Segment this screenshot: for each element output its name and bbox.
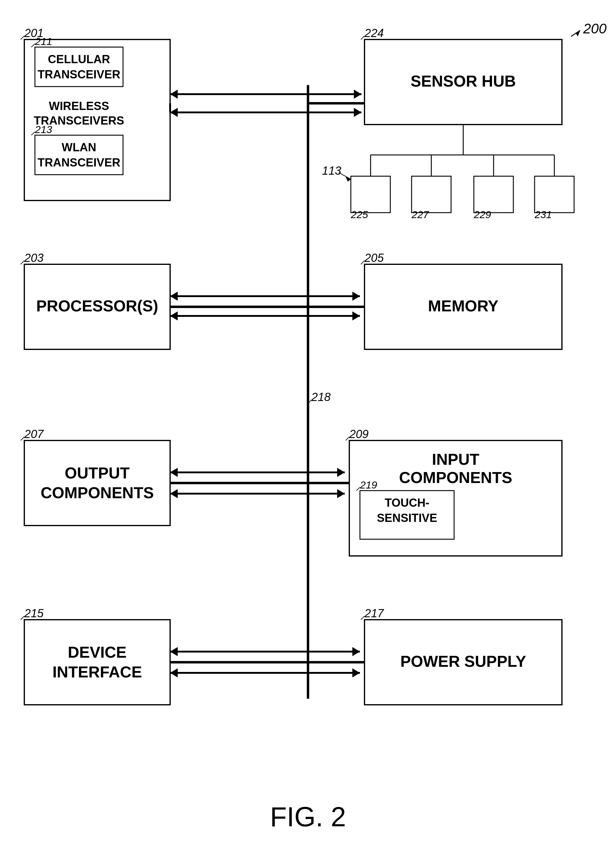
svg-text:219: 219	[360, 479, 377, 491]
svg-text:209: 209	[349, 428, 368, 441]
svg-text:SENSITIVE: SENSITIVE	[377, 512, 437, 524]
svg-text:INTERFACE: INTERFACE	[53, 663, 142, 681]
svg-text:229: 229	[473, 209, 491, 220]
svg-rect-31	[474, 176, 513, 213]
svg-text:113: 113	[322, 164, 341, 177]
svg-text:224: 224	[364, 27, 384, 39]
svg-text:TRANSCEIVER: TRANSCEIVER	[38, 68, 120, 81]
svg-text:CELLULAR: CELLULAR	[48, 53, 110, 66]
svg-text:231: 231	[534, 209, 552, 220]
svg-text:SENSOR HUB: SENSOR HUB	[411, 72, 516, 90]
svg-text:205: 205	[364, 251, 384, 264]
svg-rect-83	[24, 620, 170, 705]
svg-text:WIRELESS: WIRELESS	[49, 100, 109, 112]
svg-text:218: 218	[311, 391, 331, 403]
svg-text:DEVICE: DEVICE	[68, 643, 127, 661]
svg-text:POWER SUPPLY: POWER SUPPLY	[400, 653, 526, 670]
svg-rect-32	[534, 176, 574, 213]
svg-text:MEMORY: MEMORY	[428, 297, 498, 315]
svg-text:WLAN: WLAN	[62, 141, 96, 154]
svg-text:217: 217	[364, 607, 384, 620]
svg-text:PROCESSOR(S): PROCESSOR(S)	[36, 297, 158, 315]
svg-text:227: 227	[411, 209, 429, 220]
svg-rect-62	[24, 441, 170, 526]
svg-text:OUTPUT: OUTPUT	[65, 464, 130, 482]
svg-text:225: 225	[351, 209, 368, 220]
svg-text:203: 203	[24, 251, 44, 264]
svg-text:215: 215	[24, 607, 44, 620]
svg-text:COMPONENTS: COMPONENTS	[399, 469, 513, 486]
svg-text:TRANSCEIVER: TRANSCEIVER	[38, 156, 120, 169]
svg-text:INPUT: INPUT	[432, 450, 479, 468]
figure-label: FIG. 2	[270, 802, 346, 832]
diagram-container: 200 201 211 CELLULAR TRANSCEIVER WIRELES…	[0, 0, 616, 860]
svg-text:TOUCH-: TOUCH-	[384, 496, 429, 509]
svg-text:207: 207	[24, 428, 44, 441]
svg-text:213: 213	[34, 124, 52, 135]
svg-text:211: 211	[34, 36, 52, 47]
svg-rect-29	[351, 176, 390, 213]
svg-text:COMPONENTS: COMPONENTS	[41, 484, 154, 502]
svg-rect-30	[412, 176, 451, 213]
figure-number: 200	[583, 20, 607, 36]
